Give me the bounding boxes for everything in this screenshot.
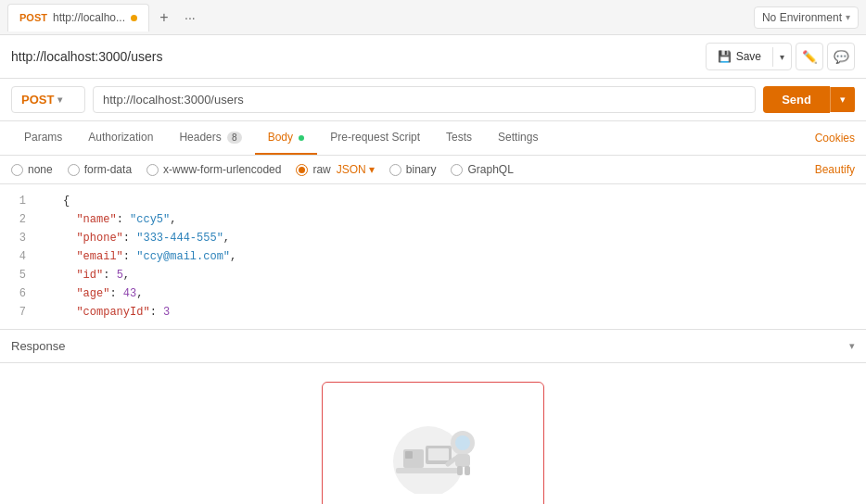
code-editor-wrapper: 1{2 "name": "ccy5",3 "phone": "333-444-5… [0,184,866,330]
error-card: Could not send request [322,382,544,504]
tab-authorization[interactable]: Authorization [75,121,166,155]
radio-none [11,164,23,176]
body-options: none form-data x-www-form-urlencoded raw… [0,156,866,184]
code-line: 5 "id": 5, [0,266,866,284]
tab-body[interactable]: Body [255,121,318,155]
headers-badge: 8 [227,132,242,144]
code-line: 1{ [0,192,866,210]
code-line: 2 "name": "ccy5", [0,210,866,229]
more-options-button[interactable]: ··· [179,8,201,27]
request-tab[interactable]: POST http://localho... [7,4,149,32]
code-line: 7 "companyId": 3 [0,303,866,321]
save-button-group: 💾 Save ▾ [706,43,792,70]
tab-method: POST [19,12,47,23]
send-button[interactable]: Send [763,86,830,113]
svg-rect-1 [396,468,461,473]
option-binary[interactable]: binary [389,163,437,176]
top-bar: POST http://localho... + ··· No Environm… [0,0,866,35]
response-title: Response [11,339,849,353]
new-tab-button[interactable]: + [153,6,175,29]
format-label: JSON [337,163,366,176]
response-chevron-icon: ▾ [849,340,855,352]
url-bar: http://localhost:3000/users 💾 Save ▾ ✏️ … [0,35,866,79]
line-content: "phone": "333-444-555", [63,229,230,247]
option-none[interactable]: none [11,163,53,176]
line-number: 3 [0,229,37,247]
save-label: Save [736,50,761,63]
cookies-link[interactable]: Cookies [815,132,855,145]
env-chevron-icon: ▾ [846,12,850,22]
format-dropdown[interactable]: JSON ▾ [337,163,375,176]
line-number: 2 [0,210,37,229]
body-active-dot [299,135,304,141]
radio-urlencoded [146,164,159,176]
radio-form-data [68,164,80,176]
line-number: 5 [0,266,37,284]
save-button[interactable]: 💾 Save [707,45,772,68]
code-line: 3 "phone": "333-444-555", [0,229,866,247]
line-content: "age": 43, [63,284,143,303]
radio-graphql [451,164,463,176]
method-chevron-icon: ▾ [57,94,62,105]
response-body: Could not send request [0,363,866,504]
send-button-group: Send ▾ [763,86,855,113]
beautify-button[interactable]: Beautify [815,163,855,176]
format-chevron-icon: ▾ [369,163,375,176]
response-header[interactable]: Response ▾ [0,330,866,363]
request-tabs: Params Authorization Headers 8 Body Pre-… [0,121,866,156]
method-selector[interactable]: POST ▾ [11,86,85,113]
line-content: { [63,192,70,210]
option-form-data[interactable]: form-data [68,163,132,176]
edit-button[interactable]: ✏️ [796,43,823,70]
url-input[interactable] [93,86,756,113]
method-label: POST [21,93,54,107]
line-content: "name": "ccy5", [63,210,176,229]
option-urlencoded[interactable]: x-www-form-urlencoded [146,163,281,176]
tab-unsaved-dot [131,15,137,21]
tab-url: http://localho... [53,11,125,24]
svg-rect-11 [465,466,470,475]
tab-tests[interactable]: Tests [433,121,485,155]
environment-selector[interactable]: No Environment ▾ [754,6,859,29]
svg-rect-10 [457,466,463,475]
error-illustration [377,410,489,494]
send-dropdown-button[interactable]: ▾ [830,87,855,112]
floppy-icon: 💾 [718,50,732,63]
line-number: 6 [0,284,37,303]
tab-headers[interactable]: Headers 8 [166,121,254,155]
svg-rect-3 [405,451,413,459]
tab-pre-request[interactable]: Pre-request Script [317,121,433,155]
request-bar: POST ▾ Send ▾ [0,79,866,121]
save-dropdown-button[interactable]: ▾ [772,47,791,67]
line-number: 4 [0,247,37,266]
code-line: 4 "email": "ccy@mail.com", [0,247,866,266]
svg-rect-8 [455,454,470,467]
line-number: 1 [0,192,37,210]
line-number: 7 [0,303,37,321]
response-section: Response ▾ [0,330,866,504]
code-editor[interactable]: 1{2 "name": "ccy5",3 "phone": "333-444-5… [0,184,866,330]
svg-point-7 [455,435,470,450]
line-content: "companyId": 3 [63,303,170,321]
comment-button[interactable]: 💬 [827,43,855,70]
url-actions: 💾 Save ▾ ✏️ 💬 [706,43,855,70]
line-content: "email": "ccy@mail.com", [63,247,236,266]
tab-params[interactable]: Params [11,121,75,155]
radio-raw [296,164,308,176]
option-raw[interactable]: raw [296,163,330,176]
code-line: 6 "age": 43, [0,284,866,303]
svg-rect-5 [428,448,449,460]
environment-label: No Environment [762,11,842,24]
request-name: http://localhost:3000/users [11,49,698,64]
line-content: "id": 5, [63,266,130,284]
radio-binary [389,164,401,176]
option-graphql[interactable]: GraphQL [451,163,513,176]
tab-settings[interactable]: Settings [485,121,551,155]
